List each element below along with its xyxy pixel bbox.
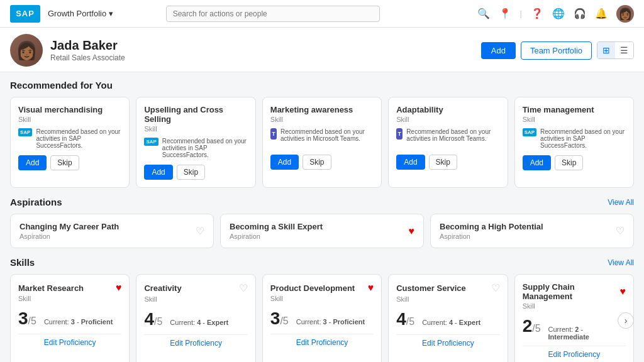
card-skip-button[interactable]: Skip (303, 155, 331, 170)
score-detail: Current: 4 - Expert (170, 319, 228, 326)
score-value: 3/5 (18, 309, 36, 329)
skill-proficiency-card: Customer Service ♡ Skill 4/5 Current: 4 … (388, 274, 508, 362)
aspiration-card: Changing My Career Path Aspiration ♡ (10, 214, 214, 248)
list-view-button[interactable]: ☰ (615, 42, 633, 58)
recommended-card: Visual merchandising Skill SAP Recommend… (10, 97, 130, 188)
skill-card-title: Supply Chain Management (523, 282, 620, 301)
aspiration-title: Becoming a High Potential (440, 222, 543, 231)
skills-section-header: Skills View All (10, 257, 634, 268)
skills-next-button[interactable]: › (618, 312, 634, 329)
aspiration-info: Changing My Career Path Aspiration (19, 222, 119, 240)
grid-view-button[interactable]: ⊞ (597, 42, 615, 58)
skill-heart-icon[interactable]: ♥ (368, 282, 374, 293)
card-type: Skill (523, 116, 626, 123)
add-button[interactable]: Add (481, 42, 516, 59)
aspirations-view-all[interactable]: View All (608, 198, 634, 207)
skill-card-type: Skill (523, 302, 626, 310)
team-portfolio-button[interactable]: Team Portfolio (521, 41, 592, 60)
card-add-button[interactable]: Add (144, 165, 172, 180)
skill-heart-icon[interactable]: ♡ (491, 282, 500, 294)
edit-proficiency-link[interactable]: Edit Proficiency (144, 334, 247, 348)
score-detail: Current: 3 - Proficient (44, 318, 113, 326)
skill-heart-icon[interactable]: ♥ (116, 282, 122, 293)
portfolio-selector[interactable]: Growth Portfolio ▾ (48, 9, 113, 18)
edit-proficiency-link[interactable]: Edit Proficiency (270, 334, 374, 347)
recommended-section-header: Recommended for You (10, 80, 634, 90)
score-denom: /5 (28, 315, 36, 326)
card-add-button[interactable]: Add (18, 155, 47, 170)
edit-proficiency-link[interactable]: Edit Proficiency (523, 346, 626, 359)
skill-card-title: Market Research (18, 283, 84, 293)
edit-proficiency-link[interactable]: Edit Proficiency (396, 334, 499, 348)
aspirations-title: Aspirations (10, 197, 62, 207)
recommended-card: Upselling and Cross Selling Skill SAP Re… (136, 97, 255, 188)
skill-proficiency-card: Creativity ♡ Skill 4/5 Current: 4 - Expe… (136, 274, 255, 362)
globe-icon[interactable]: 🌐 (552, 8, 565, 19)
heart-icon[interactable]: ♡ (616, 225, 625, 237)
card-title: Visual merchandising (18, 105, 121, 114)
card-recommendation: T Recommended based on your activities i… (270, 128, 374, 148)
aspiration-title: Changing My Career Path (19, 222, 119, 231)
skill-score: 3/5 Current: 3 - Proficient (270, 309, 374, 329)
search-icon[interactable]: 🔍 (477, 8, 490, 19)
recommended-cards: Visual merchandising Skill SAP Recommend… (10, 97, 634, 188)
skill-score: 2/5 Current: 2 - Intermediate (523, 316, 626, 341)
card-add-button[interactable]: Add (396, 155, 425, 170)
aspirations-cards: Changing My Career Path Aspiration ♡ Bec… (10, 214, 634, 248)
recommended-card: Adaptability Skill T Recommended based o… (388, 97, 508, 188)
skill-card-type: Skill (270, 295, 374, 302)
card-skip-button[interactable]: Skip (555, 155, 583, 170)
aspiration-title: Becoming a Skill Expert (230, 222, 323, 231)
profile-role: Retail Sales Associate (50, 53, 125, 62)
card-type: Skill (144, 125, 247, 133)
app-header: SAP Growth Portfolio ▾ 🔍 📍 | ❓ 🌐 🎧 🔔 👩🏾 (0, 0, 644, 28)
skill-score: 4/5 Current: 4 - Expert (396, 309, 499, 329)
skill-heart-icon[interactable]: ♡ (239, 282, 248, 294)
aspiration-sub: Aspiration (19, 233, 119, 240)
skill-heart-icon[interactable]: ♥ (620, 286, 626, 297)
user-avatar[interactable]: 👩🏾 (616, 5, 634, 23)
help-icon[interactable]: ❓ (531, 8, 543, 19)
card-skip-button[interactable]: Skip (177, 165, 205, 180)
card-type: Skill (270, 116, 374, 123)
headset-icon[interactable]: 🎧 (574, 8, 586, 19)
sap-logo-small: SAP (18, 128, 32, 136)
skill-card-title: Creativity (144, 283, 181, 293)
score-denom: /5 (406, 316, 414, 327)
edit-proficiency-link[interactable]: Edit Proficiency (18, 334, 121, 347)
profile-info: Jada Baker Retail Sales Associate (50, 38, 125, 62)
sap-logo: SAP (10, 5, 40, 23)
skill-card-header: Market Research ♥ (18, 282, 121, 293)
main-content: Recommended for You Visual merchandising… (0, 72, 644, 362)
card-add-button[interactable]: Add (270, 155, 299, 170)
skill-card-header: Customer Service ♡ (396, 282, 499, 294)
card-skip-button[interactable]: Skip (429, 155, 457, 170)
aspiration-card: Becoming a Skill Expert Aspiration ♥ (220, 214, 424, 248)
heart-icon[interactable]: ♡ (196, 225, 204, 237)
bell-icon[interactable]: 🔔 (595, 8, 608, 19)
search-input[interactable] (166, 6, 380, 22)
card-add-button[interactable]: Add (523, 155, 551, 170)
skills-view-all[interactable]: View All (608, 258, 634, 267)
ms-teams-icon: T (270, 128, 277, 140)
ms-teams-icon: T (396, 128, 402, 140)
skill-card-title: Product Development (270, 283, 355, 293)
aspirations-section-header: Aspirations View All (10, 197, 634, 207)
score-denom: /5 (532, 323, 540, 334)
skill-proficiency-card: Product Development ♥ Skill 3/5 Current:… (262, 274, 382, 362)
card-recommendation: SAP Recommended based on your activities… (18, 128, 121, 149)
sap-logo-small: SAP (144, 138, 158, 146)
skill-card-header: Creativity ♡ (144, 282, 247, 294)
skill-card-header: Supply Chain Management ♥ (523, 282, 626, 301)
card-title: Adaptability (396, 105, 499, 114)
card-skip-button[interactable]: Skip (50, 155, 79, 170)
chevron-down-icon: ▾ (109, 9, 113, 18)
aspiration-info: Becoming a High Potential Aspiration (440, 222, 543, 240)
heart-icon[interactable]: ♥ (409, 226, 415, 237)
skills-title: Skills (10, 257, 35, 268)
location-icon[interactable]: 📍 (499, 8, 511, 19)
card-recommendation: T Recommended based on your activities i… (396, 128, 499, 148)
score-value: 4/5 (396, 309, 414, 329)
recommended-card: Time management Skill SAP Recommended ba… (514, 97, 634, 188)
view-toggle: ⊞ ☰ (597, 41, 634, 59)
